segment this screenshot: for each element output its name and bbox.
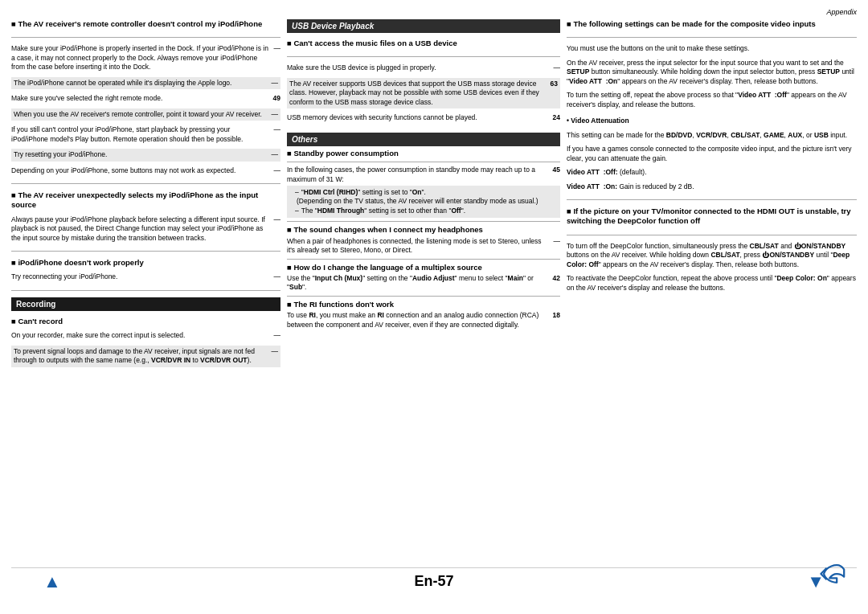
section1-row-1: The iPod/iPhone cannot be operated while… [11, 77, 280, 89]
footer: ▲ En-57 ▼ [11, 567, 857, 590]
divider1 [11, 37, 280, 38]
section1-text-5: Try resetting your iPod/iPhone. [14, 150, 266, 159]
standby-title: ■ Standby power consumption [287, 149, 560, 158]
cant-access-title: ■ Can't access the music files on a USB … [287, 39, 560, 48]
deepcolor-text2: To reactivate the DeepColor function, re… [567, 274, 857, 293]
deepcolor-title: ■ If the picture on your TV/monitor conn… [567, 207, 857, 227]
following-title: ■ The following settings can be made for… [567, 19, 857, 29]
cant-record-text-0: On your recorder, make sure the correct … [11, 331, 268, 340]
cant-record-num-1: — [268, 347, 278, 355]
back-arrow-icon[interactable] [817, 559, 845, 588]
language-row: Use the "Input Ch (Mux)" setting on the … [287, 274, 560, 293]
ri-row: To use RI, you must make an RI connectio… [287, 311, 560, 330]
cant-record-row-0: On your recorder, make sure the correct … [11, 331, 280, 340]
standby-bullets-container: "HDMI Ctrl (RIHD)" setting is set to "On… [287, 186, 560, 218]
section2-num: — [271, 215, 280, 223]
ri-text: To use RI, you must make an RI connectio… [287, 311, 542, 330]
cant-access-num-1: 63 [542, 80, 558, 88]
mid-divider2 [287, 162, 560, 162]
standby-sub-text: (Depending on the TV status, the AV rece… [297, 197, 557, 206]
standby-bullet-2: The "HDMI Through" setting is set to oth… [295, 207, 557, 215]
va-text1: This setting can be made for the BD/DVD,… [567, 131, 857, 140]
prev-arrow[interactable]: ▲ [43, 571, 61, 592]
section1-num-5: — [268, 150, 278, 158]
col-mid: USB Device Playback ■ Can't access the m… [287, 19, 560, 564]
section1-num-0: — [271, 44, 280, 52]
language-num: 42 [544, 274, 560, 282]
ri-title: ■ The RI functions don't work [287, 300, 560, 309]
cant-access-row-2: USB memory devices with security functio… [287, 113, 560, 122]
va-default: Video ATT :Off: (default). [567, 168, 857, 177]
recording-header: Recording [11, 297, 280, 311]
section1-row-3: When you use the AV receiver's remote co… [11, 108, 280, 121]
page-number: En-57 [414, 573, 453, 590]
language-text: Use the "Input Ch (Mux)" setting on the … [287, 274, 542, 293]
following-text1: You must use the buttons on the unit to … [567, 44, 857, 53]
section1-row-5: Try resetting your iPod/iPhone. — [11, 149, 280, 161]
section1-num-2: 49 [264, 94, 280, 102]
section2-text: Always pause your iPod/iPhone playback b… [11, 215, 268, 243]
divider2 [11, 183, 280, 184]
section1-title: ■ The AV receiver's remote controller do… [11, 19, 280, 29]
section1-row-6: Depending on your iPod/iPhone, some butt… [11, 166, 280, 175]
right-divider2 [567, 199, 857, 200]
section1-text-3: When you use the AV receiver's remote co… [14, 110, 266, 119]
others-header: Others [287, 133, 560, 146]
standby-intro: In the following cases, the power consum… [287, 166, 542, 184]
standby-bullet-text-0: "HDMI Ctrl (RIHD)" setting is set to "On… [301, 188, 426, 197]
ri-num: 18 [544, 311, 560, 319]
following-text3: To turn the setting off, repeat the abov… [567, 91, 857, 109]
section1-num-4: — [271, 125, 280, 133]
right-divider1 [567, 37, 857, 38]
others-section: Others ■ Standby power consumption In th… [287, 133, 560, 332]
col-left: ■ The AV receiver's remote controller do… [11, 19, 280, 564]
right-divider3 [567, 235, 857, 235]
mid-divider5 [287, 296, 560, 297]
usb-header: USB Device Playback [287, 19, 560, 33]
section2-row: Always pause your iPod/iPhone playback b… [11, 215, 280, 243]
cant-record-row-1: To prevent signal loops and damage to th… [11, 346, 280, 367]
section1-row-2: Make sure you've selected the right remo… [11, 94, 280, 103]
sound-text: When a pair of headphones is connected, … [287, 237, 548, 256]
cant-record-text-1: To prevent signal loops and damage to th… [14, 347, 266, 366]
language-title: ■ How do I change the language of a mult… [287, 263, 560, 272]
following-text2: On the AV receiver, press the input sele… [567, 59, 857, 86]
cant-record-title: ■ Can't record [11, 317, 280, 326]
section1-num-6: — [271, 166, 280, 174]
deepcolor-text1: To turn off the DeepColor function, simu… [567, 242, 857, 269]
section1-text-1: The iPod/iPhone cannot be operated while… [14, 79, 266, 88]
cant-access-row-0: Make sure the USB device is plugged in p… [287, 63, 560, 72]
appendix-label: Appendix [11, 8, 857, 16]
sound-num: — [551, 237, 560, 245]
section3-row: Try reconnecting your iPod/iPhone. — [11, 272, 280, 281]
col-right: ■ The following settings can be made for… [567, 19, 857, 564]
cant-access-text-1: The AV receiver supports USB devices tha… [289, 80, 539, 107]
va-on: Video ATT :On: Gain is reduced by 2 dB. [567, 182, 857, 191]
content-area: ■ The AV receiver's remote controller do… [11, 19, 857, 564]
standby-intro-row: In the following cases, the power consum… [287, 166, 560, 184]
section1-text-2: Make sure you've selected the right remo… [11, 94, 262, 103]
va-text2: If you have a games console connected to… [567, 145, 857, 163]
cant-access-num-2: 24 [544, 113, 560, 121]
standby-bullet-0: "HDMI Ctrl (RIHD)" setting is set to "On… [295, 188, 557, 197]
cant-access-row-1: The AV receiver supports USB devices tha… [287, 78, 560, 108]
section1-text-6: Depending on your iPod/iPhone, some butt… [11, 166, 268, 175]
cant-access-text-0: Make sure the USB device is plugged in p… [287, 63, 548, 72]
cant-record-num-0: — [271, 331, 280, 339]
section1-num-3: — [268, 110, 278, 118]
section3-title: ■ iPod/iPhone doesn't work properly [11, 258, 280, 268]
mid-divider4 [287, 259, 560, 260]
cant-access-text-2: USB memory devices with security functio… [287, 113, 542, 122]
section3-num: — [271, 272, 280, 280]
section1-num-1: — [268, 79, 278, 87]
section1-text-4: If you still can't control your iPod/iPh… [11, 125, 268, 144]
divider3 [11, 251, 280, 252]
divider4 [11, 290, 280, 291]
standby-bullet-text-2: The "HDMI Through" setting is set to oth… [301, 207, 465, 215]
section1-text-0: Make sure your iPod/iPhone is properly i… [11, 44, 268, 72]
section2-title: ■ The AV receiver unexpectedly selects m… [11, 190, 280, 211]
section1-row-4: If you still can't control your iPod/iPh… [11, 125, 280, 144]
page: Appendix ■ The AV receiver's remote cont… [0, 0, 868, 614]
mid-divider1 [287, 56, 560, 57]
sound-row: When a pair of headphones is connected, … [287, 237, 560, 256]
